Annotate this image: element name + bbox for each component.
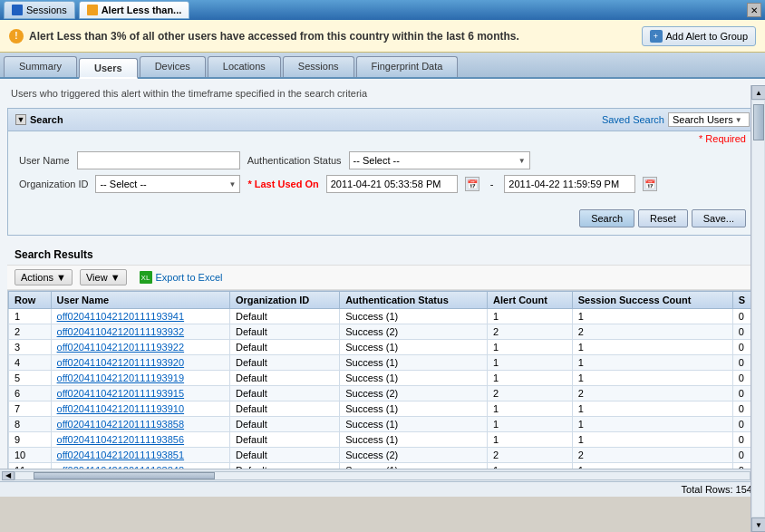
cell-username[interactable]: off020411042120111193851: [51, 448, 229, 463]
cell-username[interactable]: off020411042120111193856: [51, 432, 229, 448]
cell-alert: 1: [488, 371, 573, 386]
table-row[interactable]: 11 off020411042120111193848 Default Succ…: [9, 463, 757, 469]
cell-alert: 1: [488, 417, 573, 432]
cell-alert: 1: [488, 401, 573, 417]
tab-sessions[interactable]: Sessions: [283, 56, 354, 77]
search-button[interactable]: Search: [579, 209, 634, 227]
info-text: Users who triggered this alert within th…: [7, 86, 758, 101]
cell-session: 1: [572, 309, 732, 324]
export-icon: XL: [140, 271, 152, 284]
scroll-up-button[interactable]: ▲: [751, 85, 765, 100]
cell-alert: 1: [488, 432, 573, 448]
cell-alert: 1: [488, 309, 573, 324]
add-alert-icon: +: [650, 30, 663, 43]
cell-username[interactable]: off020411042120111193922: [51, 340, 229, 355]
tab-sessions[interactable]: Sessions: [4, 1, 75, 19]
cell-auth: Success (1): [340, 417, 488, 432]
cell-row: 3: [9, 340, 52, 355]
search-header: ▼ Search Saved Search Search Users ▼: [8, 109, 757, 131]
alert-bar: ! Alert Less than 3% of all other users …: [0, 20, 765, 53]
vscroll-thumb[interactable]: [753, 104, 764, 140]
cell-row: 7: [9, 401, 52, 417]
cell-auth: Success (1): [340, 463, 488, 469]
cell-session: 1: [572, 463, 732, 469]
alert-icon: [87, 5, 98, 15]
table-row[interactable]: 4 off020411042120111193920 Default Succe…: [9, 355, 757, 371]
tab-summary[interactable]: Summary: [4, 56, 77, 77]
cell-org: Default: [229, 309, 339, 324]
cell-alert: 2: [488, 324, 573, 340]
cell-auth: Success (1): [340, 355, 488, 371]
table-row[interactable]: 5 off020411042120111193919 Default Succe…: [9, 371, 757, 386]
cell-username[interactable]: off020411042120111193920: [51, 355, 229, 371]
export-button[interactable]: XL Export to Excel: [134, 269, 228, 285]
tab-alert-label: Alert Less than...: [102, 5, 182, 15]
results-section: Search Results Actions ▼ View ▼ XL Expor…: [7, 245, 758, 469]
date-to-input[interactable]: 2011-04-22 11:59:59 PM: [504, 175, 635, 193]
table-row[interactable]: 8 off020411042120111193858 Default Succe…: [9, 417, 757, 432]
scroll-thumb[interactable]: [34, 472, 215, 479]
date-from-input[interactable]: 2011-04-21 05:33:58 PM: [326, 175, 458, 193]
tab-sessions-label: Sessions: [26, 5, 67, 15]
cell-row: 2: [9, 324, 52, 340]
sessions-icon: [12, 5, 23, 15]
form-row-2: Organization ID -- Select -- ▼ * Last Us…: [19, 175, 746, 193]
scroll-down-button[interactable]: ▼: [751, 517, 765, 532]
cell-session: 1: [572, 355, 732, 371]
cell-username[interactable]: off020411042120111193919: [51, 371, 229, 386]
results-table-wrapper[interactable]: Row User Name Organization ID Authentica…: [7, 290, 758, 469]
table-row[interactable]: 3 off020411042120111193922 Default Succe…: [9, 340, 757, 355]
table-row[interactable]: 7 off020411042120111193910 Default Succe…: [9, 401, 757, 417]
save-button[interactable]: Save...: [692, 209, 746, 227]
tab-alert[interactable]: Alert Less than...: [79, 1, 190, 19]
user-name-input[interactable]: [77, 151, 240, 169]
cell-org: Default: [229, 355, 339, 371]
org-id-select[interactable]: -- Select -- ▼: [95, 175, 240, 193]
table-row[interactable]: 2 off020411042120111193932 Default Succe…: [9, 324, 757, 340]
date-from-calendar-icon[interactable]: 📅: [465, 177, 479, 191]
cell-username[interactable]: off020411042120111193910: [51, 401, 229, 417]
cell-session: 1: [572, 340, 732, 355]
scroll-left-button[interactable]: ◀: [2, 471, 15, 480]
close-button[interactable]: ✕: [747, 3, 761, 17]
cell-username[interactable]: off020411042120111193858: [51, 417, 229, 432]
vertical-scrollbar[interactable]: ▲ ▼: [750, 85, 765, 532]
tab-fingerprint[interactable]: Fingerprint Data: [356, 56, 459, 77]
cell-auth: Success (1): [340, 340, 488, 355]
cell-alert: 1: [488, 340, 573, 355]
col-username: User Name: [51, 292, 229, 309]
tab-locations[interactable]: Locations: [208, 56, 281, 77]
cell-auth: Success (1): [340, 432, 488, 448]
reset-button[interactable]: Reset: [638, 209, 688, 227]
vscroll-track[interactable]: [752, 101, 764, 517]
actions-button[interactable]: Actions ▼: [15, 269, 73, 285]
table-row[interactable]: 9 off020411042120111193856 Default Succe…: [9, 432, 757, 448]
cell-org: Default: [229, 386, 339, 401]
saved-search-select[interactable]: Search Users ▼: [668, 112, 750, 127]
collapse-button[interactable]: ▼: [15, 114, 26, 125]
main-tabs: Summary Users Devices Locations Sessions…: [0, 53, 765, 79]
view-button[interactable]: View ▼: [80, 269, 127, 285]
horizontal-scrollbar[interactable]: ◀ ▶: [0, 469, 765, 481]
table-row[interactable]: 6 off020411042120111193915 Default Succe…: [9, 386, 757, 401]
search-panel: ▼ Search Saved Search Search Users ▼ * R…: [7, 108, 758, 236]
tab-users[interactable]: Users: [79, 58, 138, 79]
auth-status-select[interactable]: -- Select -- ▼: [349, 151, 530, 169]
col-session: Session Success Count: [572, 292, 732, 309]
cell-auth: Success (2): [340, 324, 488, 340]
cell-username[interactable]: off020411042120111193915: [51, 386, 229, 401]
cell-auth: Success (1): [340, 371, 488, 386]
table-header-row: Row User Name Organization ID Authentica…: [9, 292, 757, 309]
cell-username[interactable]: off020411042120111193941: [51, 309, 229, 324]
cell-org: Default: [229, 417, 339, 432]
scroll-track[interactable]: [15, 471, 750, 480]
table-row[interactable]: 10 off020411042120111193851 Default Succ…: [9, 448, 757, 463]
add-alert-button[interactable]: + Add Alert to Group: [642, 26, 757, 46]
tab-devices[interactable]: Devices: [140, 56, 206, 77]
table-row[interactable]: 1 off020411042120111193941 Default Succe…: [9, 309, 757, 324]
cell-row: 11: [9, 463, 52, 469]
cell-username[interactable]: off020411042120111193932: [51, 324, 229, 340]
cell-session: 1: [572, 417, 732, 432]
date-to-calendar-icon[interactable]: 📅: [643, 177, 657, 191]
cell-username[interactable]: off020411042120111193848: [51, 463, 229, 469]
